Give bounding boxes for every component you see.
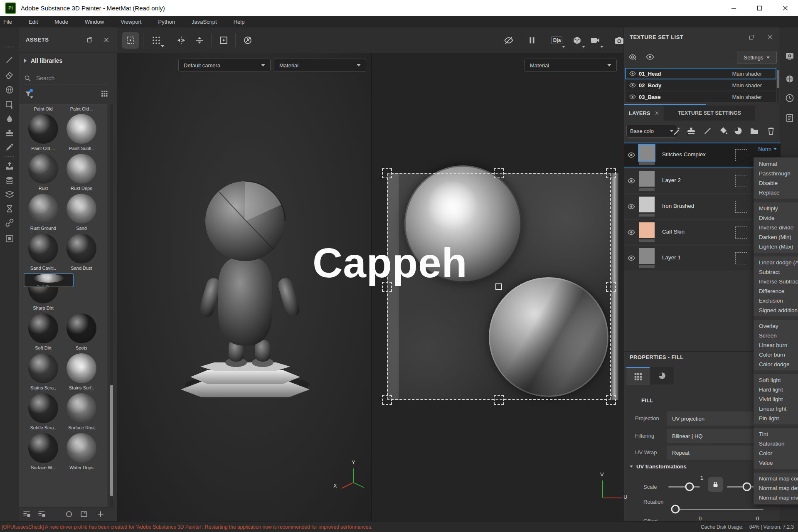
meetmat-model[interactable] xyxy=(179,175,320,403)
blend-option-normal-map-combine[interactable]: Normal map combine xyxy=(754,474,798,483)
bake-icon[interactable] xyxy=(5,234,15,244)
link-icon[interactable] xyxy=(5,218,15,228)
blend-option-pin-light[interactable]: Pin light xyxy=(754,414,798,423)
blend-option-replace[interactable]: Replace xyxy=(754,188,798,197)
add-smart-material-icon[interactable] xyxy=(672,126,682,136)
asset-item[interactable]: Rust Ground xyxy=(24,194,62,231)
selection-handle[interactable] xyxy=(606,395,616,405)
layer-mask-slot[interactable] xyxy=(735,252,747,264)
add-folder-icon[interactable] xyxy=(749,126,759,136)
export-resources-icon[interactable] xyxy=(37,510,46,518)
blend-option-multiply[interactable]: Multiply xyxy=(754,204,798,213)
tab-layers[interactable]: LAYERS xyxy=(624,106,663,121)
menu-viewport[interactable]: Viewport xyxy=(121,19,141,25)
eye-icon[interactable] xyxy=(629,70,636,77)
float-panel-icon[interactable] xyxy=(86,37,93,43)
refresh-icon[interactable] xyxy=(65,510,73,518)
uv-transformations-header[interactable]: UV transformations xyxy=(630,463,687,470)
rotation-slider[interactable] xyxy=(673,509,764,510)
asset-search[interactable] xyxy=(24,72,107,84)
blend-option-subtract[interactable]: Subtract xyxy=(754,267,798,277)
eraser-tool-icon[interactable] xyxy=(5,70,15,80)
asset-label[interactable]: Paint Old .. xyxy=(62,106,101,111)
frame-view-button[interactable] xyxy=(215,32,232,49)
blend-option-linear-dodge[interactable]: Linear dodge (Add) xyxy=(754,258,798,267)
asset-label[interactable]: Paint Old xyxy=(24,106,62,111)
close-panel-icon[interactable] xyxy=(103,37,110,43)
blend-option-color-burn[interactable]: Color burn xyxy=(754,350,798,360)
assets-scrollbar[interactable] xyxy=(110,104,113,507)
blend-option-overlay[interactable]: Overlay xyxy=(754,321,798,331)
blend-option-lighten-max[interactable]: Lighten (Max) xyxy=(754,242,798,251)
layer-mask-slot[interactable] xyxy=(735,175,747,187)
layer-thumbnail[interactable] xyxy=(639,171,655,187)
eye-icon[interactable] xyxy=(629,81,636,89)
layer-thumbnail[interactable] xyxy=(639,248,655,264)
blend-mode-select[interactable]: Norm xyxy=(758,146,777,152)
asset-item[interactable]: Surface Rust xyxy=(62,393,101,430)
selection-handle[interactable] xyxy=(606,168,616,178)
3d-view-mode-button[interactable] xyxy=(569,32,585,49)
symmetry-button[interactable] xyxy=(191,32,208,49)
filter-button[interactable] xyxy=(24,90,32,98)
layer-mask-slot[interactable] xyxy=(735,227,747,239)
asset-item[interactable]: Sand Caviti.. xyxy=(24,234,62,271)
panel-splitter-accent[interactable] xyxy=(624,104,706,105)
history-hourglass-icon[interactable] xyxy=(5,204,15,214)
eye-icon[interactable] xyxy=(627,202,635,211)
blend-option-linear-burn[interactable]: Linear burn xyxy=(754,340,798,350)
transform-tool-button[interactable] xyxy=(122,32,139,49)
projection-tool-icon[interactable] xyxy=(5,85,15,95)
display-mode-select-2d[interactable]: Material xyxy=(525,59,617,72)
asset-item[interactable]: Subtle Scra.. xyxy=(24,393,62,430)
blend-option-soft-light[interactable]: Soft light xyxy=(754,375,798,385)
blend-option-screen[interactable]: Screen xyxy=(754,331,798,340)
toggle-all-visibility-icon[interactable] xyxy=(628,52,637,62)
blend-option-saturation[interactable]: Saturation xyxy=(754,439,798,448)
pause-engine-button[interactable] xyxy=(524,32,540,49)
material-stack-icon[interactable] xyxy=(5,175,15,185)
delete-layer-icon[interactable] xyxy=(766,126,776,136)
tab-texture-set-settings[interactable]: TEXTURE SET SETTINGS xyxy=(664,106,755,121)
tab-material-properties[interactable] xyxy=(650,367,674,384)
color-picker-tool-icon[interactable] xyxy=(5,142,15,152)
clone-stamp-tool-icon[interactable] xyxy=(5,128,15,138)
selection-handle[interactable] xyxy=(494,395,504,405)
eye-icon[interactable] xyxy=(627,254,635,262)
asset-item[interactable]: Stains Surf.. xyxy=(62,353,101,390)
close-tab-icon[interactable] xyxy=(655,111,660,116)
close-button[interactable] xyxy=(772,0,798,16)
tab-fill-properties[interactable] xyxy=(626,367,650,385)
menu-edit[interactable]: Edit xyxy=(29,19,38,25)
blend-option-vivid-light[interactable]: Vivid light xyxy=(754,394,798,404)
texture-set-row-01-head[interactable]: 01_Head Main shader xyxy=(626,68,776,79)
scale-lock-button[interactable] xyxy=(708,477,723,492)
snap-grid-button[interactable] xyxy=(148,32,165,49)
layer-thumbnail[interactable] xyxy=(639,145,655,161)
eye-icon[interactable] xyxy=(627,151,635,159)
blend-option-color-dodge[interactable]: Color dodge xyxy=(754,360,798,369)
camera-select[interactable]: Default camera xyxy=(178,59,271,72)
layer-thumbnail[interactable] xyxy=(639,222,655,238)
menu-window[interactable]: Window xyxy=(85,19,104,25)
texture-set-scrollbar[interactable] xyxy=(777,68,779,103)
add-smart-mask-icon[interactable] xyxy=(686,126,696,136)
blend-option-exclusion[interactable]: Exclusion xyxy=(754,296,798,305)
texture-set-scrollbar-thumb[interactable] xyxy=(777,70,779,88)
all-libraries-row[interactable]: All libraries xyxy=(24,57,62,64)
asset-item[interactable]: Soft Dirt xyxy=(24,313,62,350)
asset-item[interactable]: Stains Scra.. xyxy=(24,353,62,390)
add-icon[interactable] xyxy=(96,510,105,518)
new-window-icon[interactable] xyxy=(80,510,88,518)
maximize-button[interactable] xyxy=(746,0,772,16)
add-effect-icon[interactable] xyxy=(733,126,743,136)
texture-set-row-02-body[interactable]: 02_Body Main shader xyxy=(626,80,776,91)
blend-option-difference[interactable]: Difference xyxy=(754,286,798,296)
layer-mask-slot[interactable] xyxy=(735,149,747,161)
mirror-button[interactable] xyxy=(173,32,190,49)
display-settings-icon[interactable] xyxy=(785,52,795,62)
scale-slider-x[interactable] xyxy=(668,486,700,488)
minimize-button[interactable] xyxy=(721,0,746,16)
channel-filter-select[interactable]: Base colo xyxy=(626,125,677,138)
close-panel-icon[interactable] xyxy=(767,34,773,40)
